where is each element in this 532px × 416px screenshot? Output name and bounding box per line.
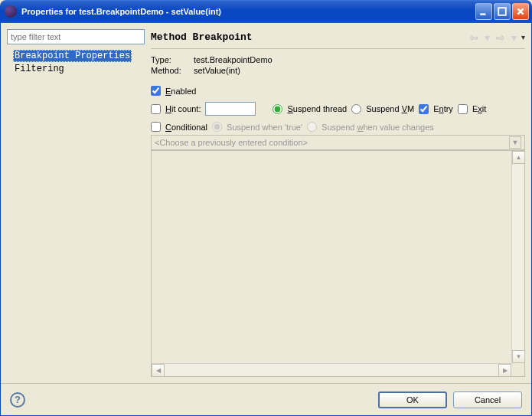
- method-label: Method:: [151, 66, 194, 75]
- tree-item-breakpoint-properties[interactable]: Breakpoint Properties: [10, 49, 142, 62]
- suspend-vm-label: Suspend VM: [366, 104, 414, 113]
- horizontal-scrollbar[interactable]: ◀ ▶: [152, 363, 511, 376]
- tree-item-label: Breakpoint Properties: [13, 50, 132, 62]
- scroll-up-icon[interactable]: ▲: [512, 151, 525, 164]
- title-bar[interactable]: Properties for test.BreakpointDemo - set…: [0, 0, 532, 23]
- hit-count-label: Hit count:: [165, 104, 201, 113]
- page-title: Method Breakpoint: [151, 31, 468, 43]
- forward-menu-icon[interactable]: ▾: [510, 31, 518, 44]
- back-icon[interactable]: ⇦: [468, 31, 480, 44]
- scroll-corner: [511, 363, 524, 376]
- maximize-button[interactable]: [494, 3, 511, 20]
- window-title: Properties for test.BreakpointDemo - set…: [21, 7, 474, 16]
- eclipse-icon: [5, 5, 17, 18]
- vertical-scrollbar[interactable]: ▲ ▼: [511, 151, 524, 363]
- scroll-down-icon[interactable]: ▼: [512, 350, 525, 363]
- scroll-right-icon[interactable]: ▶: [498, 364, 511, 377]
- suspend-changes-radio: [307, 122, 317, 132]
- suspend-thread-radio[interactable]: [273, 104, 282, 114]
- right-panel: Method Breakpoint ⇦ ▾ ⇨ ▾ ▾ Type: test.B…: [151, 29, 525, 377]
- svg-rect-0: [480, 13, 485, 15]
- filter-input[interactable]: [7, 29, 145, 44]
- tree-item-label: Filtering: [13, 63, 66, 75]
- svg-rect-1: [498, 8, 506, 15]
- tree-item-filtering[interactable]: Filtering: [10, 62, 142, 75]
- forward-icon[interactable]: ⇨: [494, 31, 507, 44]
- combo-dropdown-icon[interactable]: ▼: [509, 136, 521, 149]
- suspend-vm-radio[interactable]: [351, 104, 361, 114]
- nav-tree[interactable]: Breakpoint Properties Filtering: [7, 44, 145, 377]
- condition-textarea[interactable]: ▲ ▼ ◀ ▶: [151, 150, 525, 377]
- suspend-thread-label: Suspend thread: [287, 104, 347, 113]
- enabled-checkbox[interactable]: [151, 86, 161, 96]
- hit-count-field[interactable]: [205, 102, 256, 116]
- back-menu-icon[interactable]: ▾: [483, 31, 491, 44]
- cancel-button[interactable]: Cancel: [453, 391, 522, 408]
- exit-checkbox[interactable]: [458, 104, 468, 114]
- entry-label: Entry: [433, 104, 453, 113]
- suspend-true-label: Suspend when 'true': [227, 123, 302, 132]
- close-button[interactable]: [512, 3, 529, 20]
- condition-combo[interactable]: <Choose a previously entered condition> …: [151, 135, 525, 150]
- type-label: Type:: [151, 55, 194, 64]
- ok-button[interactable]: OK: [378, 391, 447, 408]
- view-menu-icon[interactable]: ▾: [521, 33, 525, 41]
- scroll-left-icon[interactable]: ◀: [152, 364, 165, 377]
- suspend-true-radio: [212, 122, 222, 132]
- entry-checkbox[interactable]: [419, 104, 429, 114]
- suspend-changes-label: Suspend when value changes: [321, 123, 434, 132]
- method-value: setValue(int): [194, 66, 240, 75]
- exit-label: Exit: [472, 104, 486, 113]
- minimize-button[interactable]: [475, 3, 492, 20]
- help-icon[interactable]: ?: [10, 392, 25, 408]
- enabled-label: EEnablednabled: [165, 87, 196, 96]
- hit-count-checkbox[interactable]: [151, 104, 161, 114]
- type-value: test.BreakpointDemo: [194, 55, 273, 64]
- conditional-label: Conditional: [165, 123, 207, 132]
- condition-combo-placeholder: <Choose a previously entered condition>: [155, 138, 509, 147]
- conditional-checkbox[interactable]: [151, 122, 161, 132]
- left-panel: Breakpoint Properties Filtering: [7, 29, 145, 377]
